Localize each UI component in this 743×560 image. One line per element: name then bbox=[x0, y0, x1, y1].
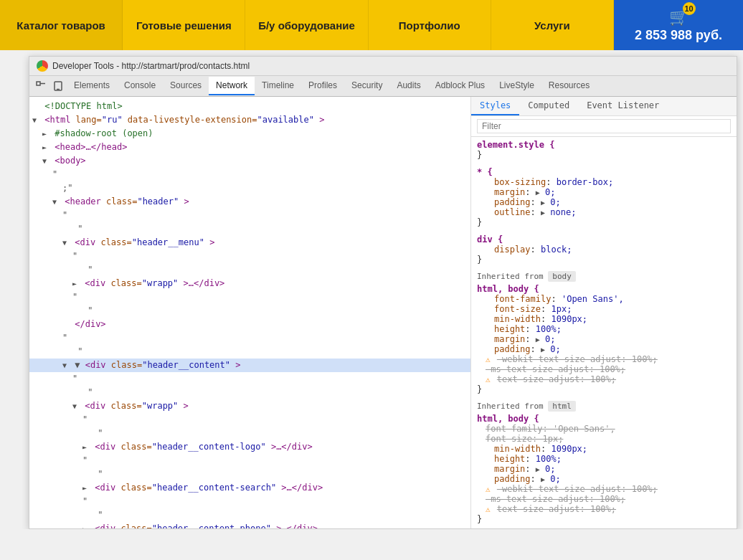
dom-line-header-content: ▼ <div class="header__content" > bbox=[29, 359, 470, 372]
dom-attr-dls: data-livestyle-extension= bbox=[128, 115, 257, 125]
dom-wrapp: <div bbox=[85, 278, 105, 288]
style-prop-fs2-text: font-size: 1px; bbox=[486, 434, 563, 444]
tab-resources[interactable]: Resources bbox=[541, 77, 597, 95]
nav-katalog[interactable]: Каталог товаров bbox=[0, 0, 123, 50]
dom-attr-logo: class= bbox=[120, 442, 151, 452]
inspect-icon[interactable] bbox=[32, 76, 49, 96]
padding-expand[interactable]: ▶ bbox=[541, 199, 545, 207]
dom-line-wrapp: <div class="wrapp" >…</div> bbox=[29, 277, 470, 290]
tab-sources[interactable]: Sources bbox=[163, 77, 209, 95]
expand-arrow-hc[interactable] bbox=[62, 359, 70, 371]
dom-line-body: <body> bbox=[29, 154, 470, 168]
style-prop-height1: height: 100%; bbox=[477, 324, 731, 334]
svg-rect-0 bbox=[37, 82, 40, 85]
style-prop-minwidth1: min-width: 1090px; bbox=[477, 314, 731, 324]
padding2-expand[interactable]: ▶ bbox=[541, 475, 545, 483]
styles-filter-wrap bbox=[471, 116, 737, 137]
expand-arrow-html[interactable] bbox=[32, 114, 39, 126]
dom-logo-gt: >…</div> bbox=[271, 442, 313, 452]
dom-attr-menu-val: "header__menu" bbox=[132, 237, 204, 247]
tab-elements[interactable]: Elements bbox=[67, 77, 117, 95]
dom-line-bom5: " bbox=[29, 345, 470, 359]
dom-line-logo: <div class="header__content-logo" >…</di… bbox=[29, 440, 470, 454]
margin1-expand[interactable]: ▶ bbox=[536, 336, 540, 343]
style-prop-fontsize1: font-size: 1px; bbox=[477, 304, 731, 314]
margin-expand[interactable]: ▶ bbox=[536, 189, 540, 196]
dom-body: <body> bbox=[55, 156, 85, 166]
expand-arrow-header[interactable] bbox=[52, 196, 60, 208]
expand-arrow-shadow[interactable] bbox=[42, 128, 49, 140]
style-selector-universal: * { bbox=[477, 167, 731, 177]
styles-content: element.style { } * { box-sizing: border… bbox=[471, 137, 737, 528]
tab-network[interactable]: Network bbox=[209, 77, 255, 95]
dom-line-doctype: <!DOCTYPE html> bbox=[29, 100, 470, 113]
dom-line-text1: " bbox=[29, 168, 470, 181]
dom-bom9: " bbox=[93, 510, 103, 520]
expand-arrow-wrapp[interactable] bbox=[72, 277, 80, 290]
tab-styles[interactable]: Styles bbox=[471, 97, 519, 115]
dom-bom1: ;" bbox=[62, 183, 72, 193]
device-icon[interactable] bbox=[49, 76, 67, 96]
warning-icon3: ⚠ bbox=[486, 485, 491, 494]
dom-line-text8: " bbox=[29, 454, 470, 468]
expand-arrow-wrapp2[interactable] bbox=[72, 400, 80, 412]
expand-arrow-head[interactable] bbox=[42, 141, 49, 153]
margin2-expand[interactable]: ▶ bbox=[536, 465, 540, 473]
nav-portfolio[interactable]: Портфолио bbox=[369, 0, 491, 50]
tab-event-listener[interactable]: Event Listener bbox=[578, 97, 668, 115]
dom-tag-html: <html bbox=[44, 115, 70, 125]
dom-tag-html-close: > bbox=[319, 115, 324, 125]
tab-profiles[interactable]: Profiles bbox=[301, 77, 344, 95]
nav-byu[interactable]: Б/у оборудование bbox=[245, 0, 368, 50]
style-rule-element: element.style { } bbox=[477, 140, 731, 160]
expand-arrow bbox=[32, 100, 39, 113]
tab-security[interactable]: Security bbox=[344, 77, 389, 95]
style-rule-universal: * { box-sizing: border-box; margin: ▶ 0;… bbox=[477, 167, 731, 227]
tab-adblock-plus[interactable]: Adblock Plus bbox=[428, 77, 492, 95]
styles-tabs: Styles Computed Event Listener bbox=[471, 97, 737, 116]
dom-attr-dls-val: "available" bbox=[257, 115, 313, 125]
dom-header-gt: > bbox=[184, 196, 189, 207]
tab-computed[interactable]: Computed bbox=[519, 97, 578, 115]
expand-arrow-body[interactable] bbox=[42, 155, 49, 167]
expand-arrow-phone[interactable] bbox=[82, 523, 90, 528]
dom-attr-phone: class= bbox=[120, 523, 151, 528]
devtools-title: Developer Tools - http://startmart/prod/… bbox=[52, 61, 250, 71]
dom-line-head: <head>…</head> bbox=[29, 141, 470, 154]
style-brace-element: } bbox=[477, 150, 731, 160]
expand-arrow-search[interactable] bbox=[82, 482, 90, 494]
styles-filter-input[interactable] bbox=[477, 119, 731, 133]
style-brace-universal: } bbox=[477, 217, 731, 227]
dom-panel[interactable]: <!DOCTYPE html> <html lang="ru" data-liv… bbox=[29, 97, 471, 528]
tab-livestyle[interactable]: LiveStyle bbox=[492, 77, 541, 95]
dom-line-bom6: " bbox=[29, 386, 470, 399]
tab-audits[interactable]: Audits bbox=[389, 77, 427, 95]
style-rule-html-body1: html, body { font-family: 'Open Sans', f… bbox=[477, 284, 731, 394]
tab-console[interactable]: Console bbox=[117, 77, 163, 95]
dom-attr-wrapp2: class= bbox=[110, 401, 141, 411]
dom-text6: " bbox=[72, 374, 77, 384]
nav-gotovye[interactable]: Готовые решения bbox=[123, 0, 245, 50]
padding1-expand[interactable]: ▶ bbox=[541, 346, 545, 353]
cart-button[interactable]: 🛒 10 2 853 988 руб. bbox=[614, 0, 743, 50]
dom-text1: " bbox=[52, 169, 57, 179]
tab-timeline[interactable]: Timeline bbox=[255, 77, 301, 95]
style-brace-div: } bbox=[477, 255, 731, 265]
style-prop-height2: height: 100%; bbox=[477, 454, 731, 464]
style-prop-tsa1: ⚠ text-size-adjust: 100%; bbox=[477, 374, 731, 384]
dom-attr-phone-val: "header__content-phone" bbox=[152, 523, 271, 528]
dom-line-bom2: " bbox=[29, 222, 470, 236]
dom-wrapp2: <div bbox=[85, 401, 105, 411]
dom-phone: <div bbox=[95, 523, 115, 528]
dom-shadow: #shadow-root (open) bbox=[55, 128, 153, 138]
dom-line-text7: " bbox=[29, 413, 470, 427]
outline-expand[interactable]: ▶ bbox=[541, 209, 545, 217]
expand-arrow-logo[interactable] bbox=[82, 441, 90, 453]
style-selector-element: element.style { bbox=[477, 140, 731, 150]
style-brace-htmlbody1: } bbox=[477, 384, 731, 394]
nav-uslugi[interactable]: Услуги bbox=[491, 0, 614, 50]
dom-menu: <div bbox=[75, 237, 95, 247]
expand-arrow-menu[interactable] bbox=[62, 237, 70, 249]
dom-bullet: ▼ bbox=[75, 360, 85, 370]
style-prop-webkit-tsa1-text: -webkit-text-size-adjust: 100%; bbox=[497, 354, 658, 364]
